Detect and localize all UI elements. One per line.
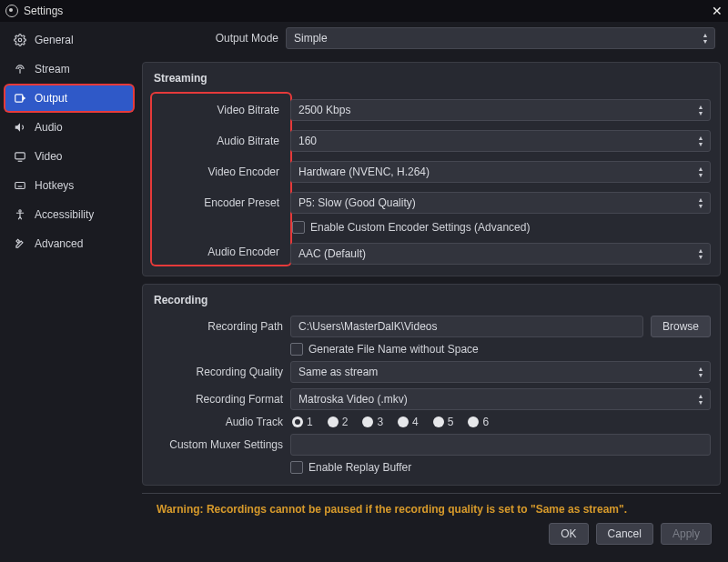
keyboard-icon [13,178,27,193]
video-encoder-label: Video Encoder [156,161,287,183]
cancel-button[interactable]: Cancel [596,523,653,545]
accessibility-icon [13,207,27,222]
sidebar-item-label: General [35,34,74,46]
gen-filename-checkbox[interactable]: Generate File Name without Space [290,343,711,356]
titlebar: Settings ✕ [0,0,728,22]
chevron-updown-icon: ▲▼ [693,244,708,264]
recording-path-input[interactable]: C:\Users\MasterDalK\Videos [290,316,643,337]
close-icon[interactable]: ✕ [712,4,723,18]
checkbox-icon [290,461,303,474]
chevron-updown-icon: ▲▼ [693,131,708,151]
streaming-group: Streaming Video Bitrate Audio Bitrate Vi… [142,62,721,276]
sidebar-item-label: Video [35,150,62,163]
window-title: Settings [24,5,63,17]
output-mode-select[interactable]: Simple ▲▼ [286,27,715,49]
muxer-input[interactable] [290,434,711,456]
audio-encoder-select[interactable]: AAC (Default) ▲▼ [290,243,711,265]
tools-icon [13,236,27,251]
sidebar-item-label: Hotkeys [35,179,74,192]
spinner-icon: ▲▼ [693,100,708,120]
sidebar-item-label: Output [35,92,67,105]
recording-title: Recording [154,294,711,306]
sidebar-item-accessibility[interactable]: Accessibility [5,202,133,227]
custom-encoder-checkbox[interactable]: Enable Custom Encoder Settings (Advanced… [290,221,711,234]
sidebar-item-output[interactable]: Output [5,85,133,111]
streaming-title: Streaming [154,72,711,85]
svg-rect-2 [15,95,23,102]
sidebar-item-label: Accessibility [35,208,94,221]
svg-point-0 [18,38,22,42]
sidebar-item-stream[interactable]: Stream [5,56,133,82]
browse-button[interactable]: Browse [651,316,711,337]
audio-track-2[interactable]: 2 [328,416,349,428]
recording-format-select[interactable]: Matroska Video (.mkv) ▲▼ [290,388,711,410]
apply-button[interactable]: Apply [661,523,712,545]
encoder-preset-select[interactable]: P5: Slow (Good Quality) ▲▼ [290,192,711,214]
sidebar-item-audio[interactable]: Audio [5,115,133,140]
recording-quality-label: Recording Quality [152,366,290,378]
recording-quality-select[interactable]: Same as stream ▲▼ [290,361,711,383]
chevron-updown-icon: ▲▼ [693,162,708,182]
chevron-updown-icon: ▲▼ [693,389,708,409]
video-encoder-select[interactable]: Hardware (NVENC, H.264) ▲▼ [290,161,711,183]
video-bitrate-label: Video Bitrate [156,99,287,121]
sidebar-item-advanced[interactable]: Advanced [5,231,133,256]
replay-buffer-checkbox[interactable]: Enable Replay Buffer [290,461,711,474]
gear-icon [13,33,27,47]
output-mode-value: Simple [294,32,328,45]
video-bitrate-input[interactable]: 2500 Kbps ▲▼ [290,99,711,121]
audio-track-3[interactable]: 3 [362,416,383,428]
recording-group: Recording Recording Path C:\Users\Master… [142,284,721,486]
antenna-icon [13,62,27,76]
audio-bitrate-label: Audio Bitrate [156,130,287,152]
footer: Warning: Recordings cannot be paused if … [142,493,721,552]
audio-track-4[interactable]: 4 [398,416,419,428]
sidebar-item-label: Stream [35,63,70,75]
ok-button[interactable]: OK [549,523,588,545]
encoder-preset-label: Encoder Preset [156,192,287,214]
svg-rect-3 [15,153,25,159]
speaker-icon [13,120,27,135]
chevron-updown-icon: ▲▼ [693,193,708,213]
sidebar-item-general[interactable]: General [5,27,133,53]
sidebar: General Stream Output Audio Video [0,22,138,562]
content-area: Output Mode Simple ▲▼ Streaming Video Bi… [138,22,728,562]
checkbox-icon [292,221,305,234]
chevron-updown-icon: ▲▼ [693,362,708,382]
audio-track-label: Audio Track [152,416,290,428]
audio-track-6[interactable]: 6 [468,416,489,428]
sidebar-item-label: Advanced [35,237,83,250]
checkbox-icon [290,343,303,356]
monitor-icon [13,149,27,164]
audio-bitrate-select[interactable]: 160 ▲▼ [290,130,711,152]
muxer-label: Custom Muxer Settings [152,438,290,451]
audio-encoder-label: Audio Encoder [156,241,287,263]
app-icon [5,5,18,17]
recording-path-label: Recording Path [152,320,290,333]
svg-rect-5 [15,183,25,189]
output-mode-label: Output Mode [147,32,286,45]
output-icon [13,91,27,105]
sidebar-item-hotkeys[interactable]: Hotkeys [5,173,133,198]
warning-text: Warning: Recordings cannot be paused if … [151,499,712,523]
chevron-updown-icon: ▲▼ [698,28,713,48]
svg-point-10 [19,210,21,212]
sidebar-item-label: Audio [35,121,63,134]
audio-track-1[interactable]: 1 [292,416,313,428]
audio-track-5[interactable]: 5 [433,416,454,428]
recording-format-label: Recording Format [152,393,290,406]
sidebar-item-video[interactable]: Video [5,144,133,169]
